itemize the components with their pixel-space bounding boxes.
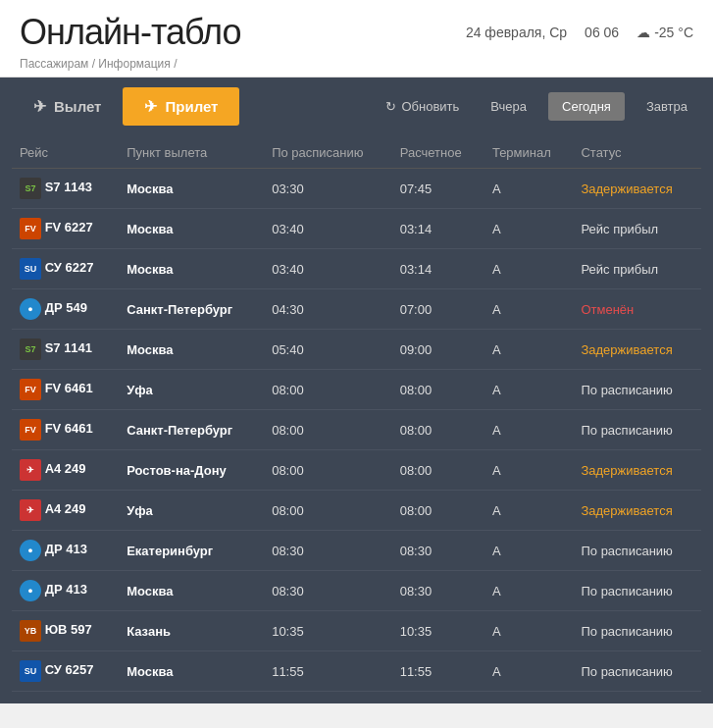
- cell-terminal: A: [484, 289, 574, 330]
- refresh-label: Обновить: [401, 99, 459, 114]
- airline-icon-fv: FV: [20, 419, 41, 441]
- airline-icon-dp: ●: [20, 580, 41, 601]
- flight-number: СУ 6227: [45, 260, 94, 275]
- cell-status: Задерживается: [573, 491, 701, 531]
- airline-icon-yb: YB: [20, 620, 41, 642]
- flight-number: FV 6461: [45, 381, 93, 395]
- cell-status: По расписанию: [573, 531, 701, 571]
- controls: ↻ Обновить Вчера Сегодня Завтра: [376, 92, 701, 121]
- flight-number: A4 249: [45, 501, 86, 516]
- airline-icon-s7: S7: [20, 338, 41, 360]
- flight-number: A4 249: [45, 461, 86, 476]
- table-row[interactable]: S7 S7 1143 Москва 03:30 07:45 A Задержив…: [12, 169, 701, 209]
- cell-flight: S7 S7 1141: [12, 330, 119, 370]
- cell-scheduled: 08:00: [264, 450, 392, 491]
- cell-scheduled: 03:40: [264, 249, 392, 289]
- cell-estimated: 03:14: [392, 249, 484, 289]
- col-origin: Пункт вылета: [119, 139, 264, 169]
- tab-arrival[interactable]: ✈ Прилет: [123, 87, 239, 126]
- page-title: Онлайн-табло: [20, 12, 240, 53]
- table-row[interactable]: FV FV 6227 Москва 03:40 03:14 A Рейс при…: [12, 209, 701, 249]
- cell-estimated: 11:55: [392, 651, 484, 692]
- header-info: 24 февраля, Ср 06 06 ☁ -25 °C: [466, 25, 693, 40]
- weather-block: ☁ -25 °C: [637, 25, 693, 40]
- cell-scheduled: 08:30: [264, 531, 392, 571]
- table-header-row: Рейс Пункт вылета По расписанию Расчетно…: [12, 139, 701, 169]
- cell-flight: YB ЮВ 597: [12, 611, 119, 651]
- cell-scheduled: 10:35: [264, 611, 392, 651]
- table-row[interactable]: ● ДР 413 Москва 08:30 08:30 A По расписа…: [12, 571, 701, 611]
- cell-status: Рейс прибыл: [573, 249, 701, 289]
- cell-flight: ● ДР 413: [12, 531, 119, 571]
- airline-icon-dp: ●: [20, 540, 41, 561]
- cell-terminal: A: [484, 330, 574, 370]
- cell-scheduled: 08:00: [264, 370, 392, 410]
- cell-flight: S7 S7 1143: [12, 169, 119, 209]
- tomorrow-button[interactable]: Завтра: [633, 92, 701, 121]
- weather-icon: ☁: [637, 25, 650, 40]
- temperature: -25 °C: [654, 25, 693, 40]
- cell-terminal: A: [484, 370, 574, 410]
- cell-terminal: A: [484, 491, 574, 531]
- cell-terminal: A: [484, 571, 574, 611]
- cell-scheduled: 11:55: [264, 651, 392, 692]
- refresh-button[interactable]: ↻ Обновить: [376, 92, 469, 121]
- table-row[interactable]: SU СУ 6227 Москва 03:40 03:14 A Рейс при…: [12, 249, 701, 289]
- col-estimated: Расчетное: [392, 139, 484, 169]
- table-row[interactable]: FV FV 6461 Уфа 08:00 08:00 A По расписан…: [12, 370, 701, 410]
- cell-status: По расписанию: [573, 611, 701, 651]
- cell-status: Задерживается: [573, 169, 701, 209]
- page-header: Онлайн-табло 24 февраля, Ср 06 06 ☁ -25 …: [0, 0, 713, 78]
- table-row[interactable]: ✈ A4 249 Уфа 08:00 08:00 A Задерживается: [12, 491, 701, 531]
- airline-icon-fv: FV: [20, 218, 41, 239]
- table-row[interactable]: ● ДР 413 Екатеринбург 08:30 08:30 A По р…: [12, 531, 701, 571]
- tab-departure[interactable]: ✈ Вылет: [12, 87, 123, 126]
- cell-origin: Ростов-на-Дону: [119, 450, 264, 491]
- cell-origin: Уфа: [119, 370, 264, 410]
- cell-origin: Москва: [119, 249, 264, 289]
- airline-icon-fv: FV: [20, 379, 41, 400]
- cell-terminal: A: [484, 611, 574, 651]
- airline-icon-a4: ✈: [20, 499, 41, 521]
- breadcrumb-info[interactable]: Информация: [98, 57, 170, 71]
- cell-estimated: 08:00: [392, 410, 484, 450]
- cell-origin: Москва: [119, 209, 264, 249]
- table-row[interactable]: ● ДР 549 Санкт-Петербург 04:30 07:00 A О…: [12, 289, 701, 330]
- cell-estimated: 08:00: [392, 491, 484, 531]
- cell-flight: ● ДР 549: [12, 289, 119, 330]
- arrival-icon: ✈: [144, 97, 157, 116]
- col-flight: Рейс: [12, 139, 119, 169]
- date-display: 24 февраля, Ср: [466, 25, 567, 40]
- cell-status: Отменён: [573, 289, 701, 330]
- yesterday-button[interactable]: Вчера: [477, 92, 540, 121]
- flights-table: Рейс Пункт вылета По расписанию Расчетно…: [12, 139, 701, 692]
- airline-icon-a4: ✈: [20, 459, 41, 481]
- table-row[interactable]: FV FV 6461 Санкт-Петербург 08:00 08:00 A…: [12, 410, 701, 450]
- cell-scheduled: 05:40: [264, 330, 392, 370]
- table-row[interactable]: S7 S7 1141 Москва 05:40 09:00 A Задержив…: [12, 330, 701, 370]
- cell-flight: ✈ A4 249: [12, 491, 119, 531]
- tabs-bar: ✈ Вылет ✈ Прилет ↻ Обновить Вчера Сегодн…: [12, 87, 701, 126]
- table-row[interactable]: ✈ A4 249 Ростов-на-Дону 08:00 08:00 A За…: [12, 450, 701, 491]
- cell-origin: Санкт-Петербург: [119, 289, 264, 330]
- today-button[interactable]: Сегодня: [548, 92, 625, 121]
- cell-origin: Казань: [119, 611, 264, 651]
- tab-arrival-label: Прилет: [165, 98, 218, 115]
- flight-number: ЮВ 597: [45, 622, 92, 637]
- cell-status: Задерживается: [573, 330, 701, 370]
- cell-estimated: 09:00: [392, 330, 484, 370]
- col-scheduled: По расписанию: [264, 139, 392, 169]
- table-row[interactable]: SU СУ 6257 Москва 11:55 11:55 A По распи…: [12, 651, 701, 692]
- cell-status: По расписанию: [573, 410, 701, 450]
- cell-scheduled: 08:00: [264, 491, 392, 531]
- cell-status: По расписанию: [573, 571, 701, 611]
- cell-scheduled: 03:40: [264, 209, 392, 249]
- cell-origin: Москва: [119, 330, 264, 370]
- table-row[interactable]: YB ЮВ 597 Казань 10:35 10:35 A По распис…: [12, 611, 701, 651]
- flight-number: FV 6461: [45, 421, 93, 436]
- flight-number: ДР 549: [45, 300, 87, 315]
- breadcrumb-passengers[interactable]: Пассажирам: [20, 57, 88, 71]
- col-status: Статус: [573, 139, 701, 169]
- tab-departure-label: Вылет: [54, 98, 101, 115]
- main-content: ✈ Вылет ✈ Прилет ↻ Обновить Вчера Сегодн…: [0, 78, 713, 703]
